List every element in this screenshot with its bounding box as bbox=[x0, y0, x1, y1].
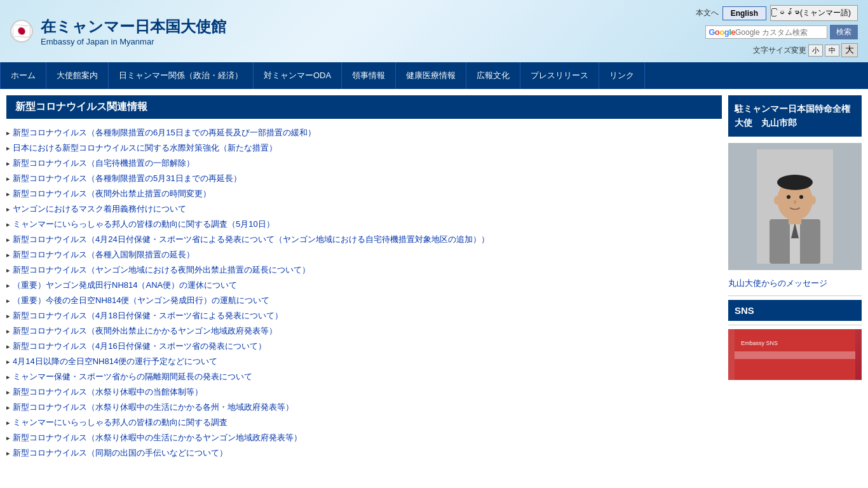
news-link-0[interactable]: 新型コロナウイルス（各種制限措置の6月15日までの再延長及び一部措置の緩和） bbox=[13, 128, 316, 137]
news-list-item: 新型コロナウイルス（4月18日付保健・スポーツ省による発表について） bbox=[6, 308, 722, 323]
news-link-7[interactable]: 新型コロナウイルス（4月24日付保健・スポーツ省による発表について（ヤンゴン地域… bbox=[13, 234, 489, 244]
news-list-item: 日本における新型コロナウイルスに関する水際対策強化（新たな措置） bbox=[6, 140, 722, 156]
site-title: 在ミャンマー日本国大使館 Embassy of Japan in Myanmar bbox=[41, 17, 226, 46]
nav-item-健康医療[interactable]: 健康医療情報 bbox=[396, 62, 466, 89]
news-link-6[interactable]: ミャンマーにいらっしゃる邦人の皆様の動向に関する調査（5月10日） bbox=[13, 219, 275, 229]
news-list-item: 新型コロナウイルス（各種入国制限措置の延長） bbox=[6, 247, 722, 262]
news-link-13[interactable]: 新型コロナウイルス（夜間外出禁止にかかるヤンゴン地域政府発表等） bbox=[13, 326, 277, 336]
news-list-item: ミャンマーにいらっしゃる邦人の皆様の動向に関する調査（5月10日） bbox=[6, 217, 722, 232]
nav-item-対ミャン[interactable]: 対ミャンマーODA bbox=[254, 62, 342, 89]
news-link-14[interactable]: 新型コロナウイルス（4月16日付保健・スポーツ省の発表について） bbox=[13, 341, 266, 351]
svg-rect-13 bbox=[735, 351, 855, 359]
news-list: 新型コロナウイルス（各種制限措置の6月15日までの再延長及び一部措置の緩和）日本… bbox=[6, 125, 722, 461]
japan-flag-icon: 🇯🇵 bbox=[10, 20, 33, 43]
site-title-japanese: 在ミャンマー日本国大使館 bbox=[41, 17, 226, 37]
font-large-button[interactable]: 大 bbox=[841, 43, 858, 57]
search-wrapper: Google bbox=[705, 25, 827, 39]
svg-point-5 bbox=[777, 175, 813, 190]
ambassador-photo bbox=[728, 143, 862, 270]
news-list-item: 新型コロナウイルス（4月16日付保健・スポーツ省の発表について） bbox=[6, 339, 722, 354]
search-button[interactable]: 検索 bbox=[830, 25, 858, 39]
news-link-10[interactable]: （重要）ヤンゴン発成田行NH814（ANA便）の運休について bbox=[13, 280, 237, 290]
news-link-19[interactable]: ミャンマーにいらっしゃる邦人の皆様の動向に関する調査 bbox=[13, 417, 227, 427]
news-list-item: 新型コロナウイルス（夜間外出禁止措置の時間変更） bbox=[6, 186, 722, 201]
svg-text:Embassy SNS: Embassy SNS bbox=[741, 340, 778, 346]
svg-point-7 bbox=[799, 195, 803, 199]
nav-item-ホーム[interactable]: ホーム bbox=[0, 62, 46, 89]
sns-image: Embassy SNS bbox=[728, 329, 862, 380]
nav-item-広報文化[interactable]: 広報文化 bbox=[466, 62, 520, 89]
header: 🇯🇵 在ミャンマー日本国大使館 Embassy of Japan in Myan… bbox=[0, 0, 868, 62]
site-title-english: Embassy of Japan in Myanmar bbox=[41, 37, 226, 46]
news-link-3[interactable]: 新型コロナウイルス（各種制限措置の5月31日までの再延長） bbox=[13, 173, 241, 183]
ambassador-title: 駐ミャンマー日本国特命全権大使 丸山市郎 bbox=[735, 102, 855, 130]
news-list-item: 新型コロナウイルス（各種制限措置の6月15日までの再延長及び一部措置の緩和） bbox=[6, 125, 722, 140]
news-link-2[interactable]: 新型コロナウイルス（自宅待機措置の一部解除） bbox=[13, 158, 194, 168]
news-link-4[interactable]: 新型コロナウイルス（夜間外出禁止措置の時間変更） bbox=[13, 189, 211, 198]
news-list-item: 4月14日以降の全日空NH814便の運行予定などについて bbox=[6, 354, 722, 369]
news-list-item: 新型コロナウイルス（4月24日付保健・スポーツ省による発表について（ヤンゴン地域… bbox=[6, 232, 722, 247]
news-link-18[interactable]: 新型コロナウイルス（水祭り休暇中の生活にかかる各州・地域政府発表等） bbox=[13, 402, 294, 412]
news-link-20[interactable]: 新型コロナウイルス（水祭り休暇中の生活にかかるヤンゴン地域政府発表等） bbox=[13, 433, 302, 442]
news-list-item: ミャンマーにいらっしゃる邦人の皆様の動向に関する調査 bbox=[6, 415, 722, 430]
content-area: 新型コロナウイルス関連情報 新型コロナウイルス（各種制限措置の6月15日までの再… bbox=[6, 95, 728, 461]
nav-item-プレスリ[interactable]: プレスリリース bbox=[520, 62, 599, 89]
news-list-item: 新型コロナウイルス（水祭り休暇中の当館体制等） bbox=[6, 384, 722, 400]
search-row: Google 検索 bbox=[705, 25, 858, 39]
english-button[interactable]: English bbox=[722, 6, 766, 20]
sns-divider bbox=[728, 325, 862, 325]
news-link-11[interactable]: （重要）今後の全日空NH814便（ヤンゴン発成田行）の運航について bbox=[13, 295, 269, 305]
font-small-button[interactable]: 小 bbox=[808, 44, 823, 57]
news-list-item: 新型コロナウイルス（ヤンゴン地域における夜間外出禁止措置の延長について） bbox=[6, 262, 722, 278]
font-medium-button[interactable]: 中 bbox=[825, 44, 839, 57]
nav-item-領事情報[interactable]: 領事情報 bbox=[342, 62, 396, 89]
svg-point-6 bbox=[787, 195, 790, 199]
ambassador-message-link[interactable]: 丸山大使からのメッセージ bbox=[728, 275, 862, 292]
news-list-item: ミャンマー保健・スポーツ省からの隔離期間延長の発表について bbox=[6, 369, 722, 384]
main-text-label: 本文へ bbox=[696, 8, 719, 18]
news-list-item: 新型コロナウイルス（各種制限措置の5月31日までの再延長） bbox=[6, 171, 722, 186]
sns-box: SNS bbox=[728, 300, 862, 321]
google-logo: Google bbox=[709, 27, 735, 37]
news-link-8[interactable]: 新型コロナウイルス（各種入国制限措置の延長） bbox=[13, 250, 194, 259]
ambassador-box: 駐ミャンマー日本国特命全権大使 丸山市郎 bbox=[728, 95, 862, 137]
news-list-item: 新型コロナウイルス（同期の出国の手伝いなどについて） bbox=[6, 445, 722, 461]
news-link-1[interactable]: 日本における新型コロナウイルスに関する水際対策強化（新たな措置） bbox=[13, 143, 277, 152]
nav-item-日ミャン[interactable]: 日ミャンマー関係（政治・経済） bbox=[109, 62, 254, 89]
font-size-controls: 文字サイズ変更 小 中 大 bbox=[753, 43, 858, 57]
svg-point-9 bbox=[774, 196, 780, 205]
news-list-item: 新型コロナウイルス（水祭り休暇中の生活にかかる各州・地域政府発表等） bbox=[6, 400, 722, 415]
news-list-item: 新型コロナウイルス（夜間外出禁止にかかるヤンゴン地域政府発表等） bbox=[6, 323, 722, 339]
news-list-item: 新型コロナウイルス（自宅待機措置の一部解除） bbox=[6, 156, 722, 171]
main-container: 新型コロナウイルス関連情報 新型コロナウイルス（各種制限措置の6月15日までの再… bbox=[0, 89, 868, 467]
news-link-12[interactable]: 新型コロナウイルス（4月18日付保健・スポーツ省による発表について） bbox=[13, 311, 283, 320]
section-header: 新型コロナウイルス関連情報 bbox=[6, 95, 722, 119]
news-list-item: （重要）今後の全日空NH814便（ヤンゴン発成田行）の運航について bbox=[6, 293, 722, 308]
news-list-item: （重要）ヤンゴン発成田行NH814（ANA便）の運休について bbox=[6, 278, 722, 293]
nav-item-大使館案[interactable]: 大使館案内 bbox=[46, 62, 109, 89]
myanmar-button[interactable]: မြန်မာ(ミャンマー語) bbox=[770, 5, 858, 21]
news-link-17[interactable]: 新型コロナウイルス（水祭り休暇中の当館体制等） bbox=[13, 387, 203, 396]
svg-point-10 bbox=[810, 196, 816, 205]
news-link-5[interactable]: ヤンゴンにおけるマスク着用義務付けについて bbox=[13, 204, 186, 214]
language-controls: 本文へ English မြန်မာ(ミャンマー語) bbox=[696, 5, 858, 21]
header-right: 本文へ English မြန်မာ(ミャンマー語) Google 検索 文字サ… bbox=[696, 5, 858, 57]
svg-point-8 bbox=[794, 200, 796, 204]
sidebar: 駐ミャンマー日本国特命全権大使 丸山市郎 bbox=[728, 95, 862, 461]
news-list-item: ヤンゴンにおけるマスク着用義務付けについて bbox=[6, 201, 722, 217]
search-input[interactable] bbox=[735, 28, 824, 37]
font-size-label: 文字サイズ変更 bbox=[753, 45, 806, 56]
news-link-9[interactable]: 新型コロナウイルス（ヤンゴン地域における夜間外出禁止措置の延長について） bbox=[13, 265, 310, 274]
news-link-21[interactable]: 新型コロナウイルス（同期の出国の手伝いなどについて） bbox=[13, 448, 227, 458]
main-navigation: ホーム大使館案内日ミャンマー関係（政治・経済）対ミャンマーODA領事情報健康医療… bbox=[0, 62, 868, 89]
news-link-15[interactable]: 4月14日以降の全日空NH814便の運行予定などについて bbox=[13, 356, 217, 366]
header-left: 🇯🇵 在ミャンマー日本国大使館 Embassy of Japan in Myan… bbox=[10, 17, 226, 46]
sidebar-divider bbox=[728, 295, 862, 296]
news-link-16[interactable]: ミャンマー保健・スポーツ省からの隔離期間延長の発表について bbox=[13, 372, 252, 381]
news-list-item: 新型コロナウイルス（水祭り休暇中の生活にかかるヤンゴン地域政府発表等） bbox=[6, 430, 722, 445]
svg-rect-11 bbox=[789, 218, 801, 224]
nav-item-リンク[interactable]: リンク bbox=[599, 62, 645, 89]
